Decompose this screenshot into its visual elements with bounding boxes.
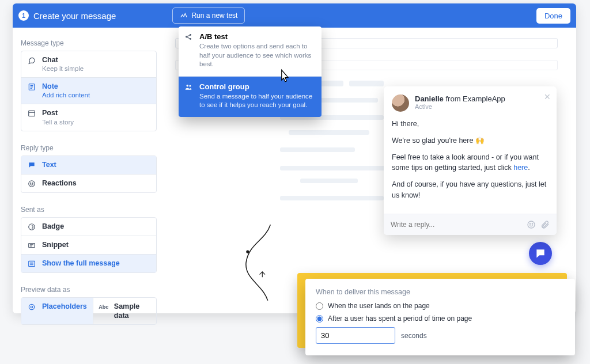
- svg-point-14: [189, 85, 191, 86]
- reply-type-list: Text Reactions: [21, 156, 157, 193]
- preview-placeholders[interactable]: Placeholders: [21, 298, 93, 325]
- chat-bubble-icon: [27, 56, 36, 65]
- seconds-input[interactable]: [316, 327, 395, 344]
- hands-emoji-icon: 🙌: [475, 136, 485, 145]
- header: 1 Create your message Run a new test Don…: [13, 3, 576, 28]
- chat-preview: ✕ Danielle from ExampleApp Active Hi the…: [384, 86, 557, 235]
- svg-point-4: [32, 183, 33, 183]
- option-title: Placeholders: [42, 302, 87, 311]
- dropdown-desc: Send a message to half your audience to …: [199, 92, 313, 110]
- svg-point-15: [528, 221, 535, 228]
- option-title: Snippet: [42, 240, 69, 249]
- deliver-panel: When to deliver this message When the us…: [305, 279, 575, 355]
- done-button[interactable]: Done: [536, 8, 570, 24]
- smiley-icon: [27, 179, 36, 188]
- note-icon: [27, 82, 36, 92]
- deliver-opt-landing[interactable]: When the user lands on the page: [316, 302, 565, 310]
- sent-as-label: Sent as: [21, 206, 157, 214]
- share-icon: [184, 33, 194, 42]
- svg-point-18: [247, 251, 249, 253]
- preview-list: Placeholders Abc Sample data: [21, 297, 157, 325]
- chat-body: Hi there, We're so glad you're here 🙌 Fe…: [384, 115, 557, 214]
- here-link[interactable]: here: [513, 164, 528, 172]
- svg-point-16: [530, 223, 530, 224]
- radio-label: After a user has spent a period of time …: [328, 314, 472, 323]
- sent-as-snippet[interactable]: Snippet: [21, 236, 156, 254]
- reply-type-label: Reply type: [21, 144, 157, 152]
- run-new-test-button[interactable]: Run a new test: [172, 7, 245, 24]
- run-new-test-label: Run a new test: [191, 12, 237, 20]
- option-subtitle: Keep it simple: [42, 65, 84, 73]
- message-type-label: Message type: [21, 39, 157, 47]
- placeholder-icon: [27, 302, 36, 312]
- svg-point-17: [532, 223, 532, 224]
- message-type-list: Chat Keep it simple Note Add rich conten…: [21, 51, 157, 131]
- chat-status: Active: [415, 103, 505, 110]
- option-title: Badge: [42, 222, 64, 231]
- option-title: Sample data: [114, 302, 150, 321]
- page-title: Create your message: [33, 11, 116, 21]
- snippet-icon: [27, 241, 36, 250]
- emoji-icon[interactable]: [527, 220, 536, 229]
- svg-point-13: [187, 84, 189, 86]
- dropdown-control-group[interactable]: Control group Send a message to half you…: [179, 76, 322, 117]
- svg-rect-6: [29, 243, 35, 247]
- attachment-icon[interactable]: [540, 220, 550, 229]
- chat-line: Hi there,: [392, 119, 549, 130]
- option-title: Show the full message: [42, 259, 120, 268]
- run-test-dropdown: A/B test Create two options and send eac…: [179, 26, 322, 117]
- close-icon[interactable]: ✕: [544, 92, 551, 101]
- option-title: Post: [42, 108, 74, 117]
- reply-type-reactions[interactable]: Reactions: [21, 174, 156, 192]
- seconds-unit: seconds: [401, 332, 427, 340]
- badge-icon: [27, 222, 36, 232]
- chat-line: And of course, if you have any questions…: [392, 179, 549, 201]
- message-type-chat[interactable]: Chat Keep it simple: [21, 51, 156, 77]
- option-subtitle: Add rich content: [42, 91, 90, 100]
- radio-label: When the user lands on the page: [328, 302, 430, 310]
- option-title: Note: [42, 82, 90, 91]
- reply-type-text[interactable]: Text: [21, 156, 156, 174]
- svg-point-9: [31, 306, 33, 308]
- chat-reply-input[interactable]: [391, 221, 522, 229]
- dropdown-title: Control group: [199, 82, 313, 91]
- option-title: Chat: [42, 55, 84, 65]
- deliver-heading: When to deliver this message: [316, 288, 565, 296]
- message-type-post[interactable]: Post Tell a story: [21, 104, 156, 130]
- sent-as-badge[interactable]: Badge: [21, 218, 156, 236]
- spark-line-icon: [180, 12, 188, 20]
- dropdown-desc: Create two options and send each to half…: [199, 42, 313, 69]
- full-message-icon: [27, 259, 36, 268]
- preview-sample[interactable]: Abc Sample data: [93, 298, 156, 325]
- sidebar: Message type Chat Keep it simple Note Ad…: [13, 28, 165, 313]
- people-icon: [184, 83, 194, 92]
- svg-point-2: [29, 180, 35, 187]
- chat-author: Danielle from ExampleApp: [415, 94, 505, 103]
- speech-icon: [27, 161, 36, 170]
- option-title: Text: [42, 160, 56, 169]
- message-type-note[interactable]: Note Add rich content: [21, 77, 156, 104]
- sample-icon: Abc: [99, 302, 108, 312]
- option-subtitle: Tell a story: [42, 118, 74, 127]
- doodle-arrow-icon: [230, 225, 300, 317]
- messenger-launcher[interactable]: [529, 242, 552, 265]
- dropdown-ab-test[interactable]: A/B test Create two options and send eac…: [179, 26, 322, 76]
- chat-line: Feel free to take a look around - or if …: [392, 152, 549, 174]
- chat-line: We're so glad you're here 🙌: [392, 135, 549, 146]
- svg-rect-1: [29, 111, 35, 116]
- svg-point-3: [31, 183, 31, 183]
- preview-data-label: Preview data as: [21, 286, 157, 294]
- step-badge: 1: [18, 10, 29, 21]
- deliver-opt-time[interactable]: After a user has spent a period of time …: [316, 314, 565, 323]
- post-icon: [27, 109, 36, 118]
- svg-point-5: [29, 223, 35, 230]
- svg-point-8: [29, 304, 34, 309]
- chat-reply-row: [384, 214, 557, 235]
- dropdown-title: A/B test: [199, 32, 313, 41]
- option-title: Reactions: [42, 179, 77, 188]
- pointer-cursor-icon: [277, 68, 293, 84]
- radio-input[interactable]: [316, 302, 323, 310]
- sent-as-list: Badge Snippet Show the full message: [21, 217, 157, 273]
- sent-as-full[interactable]: Show the full message: [21, 254, 156, 272]
- radio-input[interactable]: [316, 315, 323, 323]
